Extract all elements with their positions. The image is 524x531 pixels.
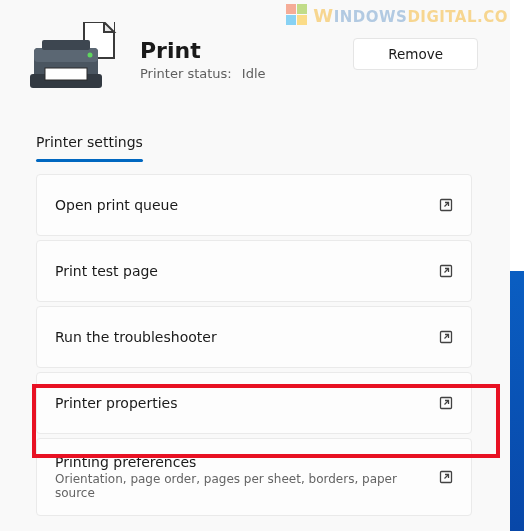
setting-run-troubleshooter[interactable]: Run the troubleshooter xyxy=(36,306,472,368)
setting-label: Open print queue xyxy=(55,197,178,213)
setting-print-test-page[interactable]: Print test page xyxy=(36,240,472,302)
page-title: Print xyxy=(140,38,325,63)
status-value: Idle xyxy=(242,66,266,81)
svg-rect-1 xyxy=(297,4,307,14)
setting-label: Run the troubleshooter xyxy=(55,329,217,345)
remove-button[interactable]: Remove xyxy=(353,38,478,70)
setting-printing-preferences[interactable]: Printing preferences Orientation, page o… xyxy=(36,438,472,516)
open-external-icon xyxy=(438,264,453,279)
svg-rect-11 xyxy=(42,40,90,50)
svg-rect-12 xyxy=(45,68,87,80)
open-external-icon xyxy=(438,470,453,485)
open-external-icon xyxy=(438,330,453,345)
svg-rect-2 xyxy=(286,15,296,25)
watermark-text-1: INDOWS xyxy=(334,8,408,26)
tabs: Printer settings xyxy=(0,132,508,160)
setting-label: Printer properties xyxy=(55,395,177,411)
setting-description: Orientation, page order, pages per sheet… xyxy=(55,472,438,500)
settings-list: Open print queue Print test page Run xyxy=(0,160,508,516)
svg-rect-0 xyxy=(286,4,296,14)
status-label: Printer status: xyxy=(140,66,232,81)
tab-printer-settings[interactable]: Printer settings xyxy=(36,134,143,160)
open-external-icon xyxy=(438,396,453,411)
setting-open-print-queue[interactable]: Open print queue xyxy=(36,174,472,236)
watermark: WINDOWSDIGITAL.CO xyxy=(286,4,508,27)
watermark-text-2: DIGITAL.CO xyxy=(407,8,508,26)
printer-status: Printer status: Idle xyxy=(140,66,325,81)
setting-printer-properties[interactable]: Printer properties xyxy=(36,372,472,434)
watermark-w: W xyxy=(313,5,333,26)
right-edge-strip xyxy=(510,0,524,531)
printer-icon xyxy=(30,22,112,94)
open-external-icon xyxy=(438,198,453,213)
setting-label: Print test page xyxy=(55,263,158,279)
svg-rect-3 xyxy=(297,15,307,25)
svg-point-13 xyxy=(88,53,93,58)
setting-label: Printing preferences xyxy=(55,454,438,470)
